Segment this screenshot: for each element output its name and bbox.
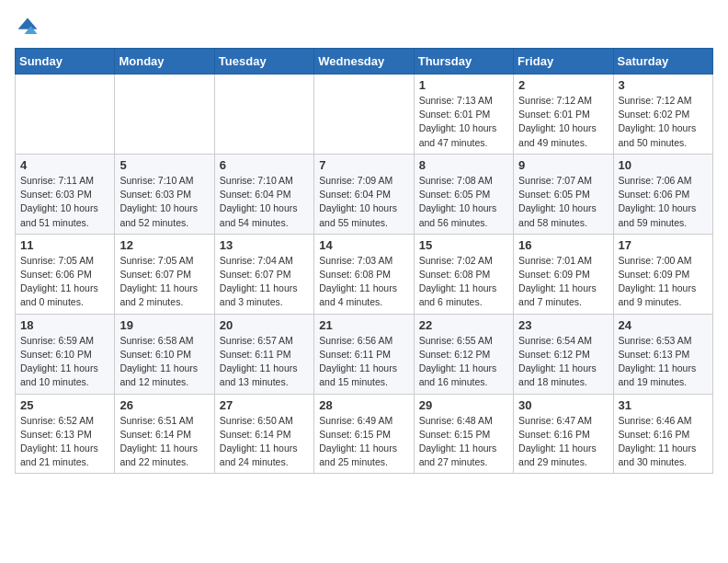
calendar-cell: 13Sunrise: 7:04 AMSunset: 6:07 PMDayligh… xyxy=(214,234,313,314)
calendar-cell: 23Sunrise: 6:54 AMSunset: 6:12 PMDayligh… xyxy=(514,314,613,394)
day-number: 4 xyxy=(20,158,109,172)
calendar-cell: 21Sunrise: 6:56 AMSunset: 6:11 PMDayligh… xyxy=(314,314,414,394)
calendar-cell xyxy=(16,75,115,155)
day-info: Sunrise: 7:01 AMSunset: 6:09 PMDaylight:… xyxy=(518,254,608,310)
day-info: Sunrise: 7:00 AMSunset: 6:09 PMDaylight:… xyxy=(619,254,708,310)
day-info: Sunrise: 7:04 AMSunset: 6:07 PMDaylight:… xyxy=(220,254,309,310)
day-number: 17 xyxy=(619,238,708,252)
calendar-cell: 25Sunrise: 6:52 AMSunset: 6:13 PMDayligh… xyxy=(16,394,115,474)
day-info: Sunrise: 6:56 AMSunset: 6:11 PMDaylight:… xyxy=(319,334,408,390)
calendar-week-row: 25Sunrise: 6:52 AMSunset: 6:13 PMDayligh… xyxy=(16,394,713,474)
calendar-week-row: 11Sunrise: 7:05 AMSunset: 6:06 PMDayligh… xyxy=(16,234,713,314)
day-number: 16 xyxy=(518,238,608,252)
day-number: 13 xyxy=(220,238,309,252)
day-info: Sunrise: 6:58 AMSunset: 6:10 PMDaylight:… xyxy=(119,334,209,390)
day-info: Sunrise: 7:06 AMSunset: 6:06 PMDaylight:… xyxy=(619,174,708,230)
calendar-cell: 10Sunrise: 7:06 AMSunset: 6:06 PMDayligh… xyxy=(613,154,712,234)
day-number: 19 xyxy=(119,318,209,332)
day-number: 2 xyxy=(518,78,608,92)
day-number: 8 xyxy=(419,158,508,172)
calendar-cell: 9Sunrise: 7:07 AMSunset: 6:05 PMDaylight… xyxy=(514,154,613,234)
day-number: 22 xyxy=(419,318,508,332)
day-info: Sunrise: 6:53 AMSunset: 6:13 PMDaylight:… xyxy=(619,334,708,390)
calendar-cell: 24Sunrise: 6:53 AMSunset: 6:13 PMDayligh… xyxy=(613,314,712,394)
day-number: 20 xyxy=(220,318,309,332)
day-info: Sunrise: 7:10 AMSunset: 6:03 PMDaylight:… xyxy=(119,174,209,230)
day-info: Sunrise: 6:51 AMSunset: 6:14 PMDaylight:… xyxy=(119,414,209,470)
day-info: Sunrise: 7:03 AMSunset: 6:08 PMDaylight:… xyxy=(319,254,408,310)
day-info: Sunrise: 6:57 AMSunset: 6:11 PMDaylight:… xyxy=(220,334,309,390)
day-number: 12 xyxy=(119,238,209,252)
calendar-cell: 31Sunrise: 6:46 AMSunset: 6:16 PMDayligh… xyxy=(613,394,712,474)
calendar-cell: 2Sunrise: 7:12 AMSunset: 6:01 PMDaylight… xyxy=(514,75,613,155)
calendar-cell: 22Sunrise: 6:55 AMSunset: 6:12 PMDayligh… xyxy=(414,314,513,394)
weekday-header-monday: Monday xyxy=(115,49,214,75)
calendar-cell: 17Sunrise: 7:00 AMSunset: 6:09 PMDayligh… xyxy=(613,234,712,314)
calendar-cell: 14Sunrise: 7:03 AMSunset: 6:08 PMDayligh… xyxy=(314,234,414,314)
calendar-cell: 1Sunrise: 7:13 AMSunset: 6:01 PMDaylight… xyxy=(414,75,513,155)
svg-marker-0 xyxy=(18,18,38,29)
day-info: Sunrise: 7:09 AMSunset: 6:04 PMDaylight:… xyxy=(319,174,408,230)
day-info: Sunrise: 7:02 AMSunset: 6:08 PMDaylight:… xyxy=(419,254,508,310)
day-number: 6 xyxy=(220,158,309,172)
day-number: 9 xyxy=(518,158,608,172)
day-info: Sunrise: 6:59 AMSunset: 6:10 PMDaylight:… xyxy=(20,334,109,390)
day-info: Sunrise: 7:05 AMSunset: 6:07 PMDaylight:… xyxy=(119,254,209,310)
calendar-cell xyxy=(115,75,214,155)
day-info: Sunrise: 7:13 AMSunset: 6:01 PMDaylight:… xyxy=(419,94,508,150)
day-info: Sunrise: 7:07 AMSunset: 6:05 PMDaylight:… xyxy=(518,174,608,230)
calendar-cell: 11Sunrise: 7:05 AMSunset: 6:06 PMDayligh… xyxy=(16,234,115,314)
day-info: Sunrise: 6:46 AMSunset: 6:16 PMDaylight:… xyxy=(619,414,708,470)
day-number: 29 xyxy=(419,398,508,412)
day-number: 28 xyxy=(319,398,408,412)
day-number: 25 xyxy=(20,398,109,412)
weekday-header-tuesday: Tuesday xyxy=(214,49,313,75)
weekday-header-thursday: Thursday xyxy=(414,49,513,75)
calendar-cell: 19Sunrise: 6:58 AMSunset: 6:10 PMDayligh… xyxy=(115,314,214,394)
calendar-cell: 7Sunrise: 7:09 AMSunset: 6:04 PMDaylight… xyxy=(314,154,414,234)
calendar-cell: 29Sunrise: 6:48 AMSunset: 6:15 PMDayligh… xyxy=(414,394,513,474)
day-number: 30 xyxy=(518,398,608,412)
day-info: Sunrise: 7:10 AMSunset: 6:04 PMDaylight:… xyxy=(220,174,309,230)
calendar-cell: 3Sunrise: 7:12 AMSunset: 6:02 PMDaylight… xyxy=(613,75,712,155)
calendar-cell: 4Sunrise: 7:11 AMSunset: 6:03 PMDaylight… xyxy=(16,154,115,234)
calendar-cell: 5Sunrise: 7:10 AMSunset: 6:03 PMDaylight… xyxy=(115,154,214,234)
calendar-table: SundayMondayTuesdayWednesdayThursdayFrid… xyxy=(15,48,713,474)
day-info: Sunrise: 6:49 AMSunset: 6:15 PMDaylight:… xyxy=(319,414,408,470)
day-info: Sunrise: 6:50 AMSunset: 6:14 PMDaylight:… xyxy=(220,414,309,470)
day-number: 14 xyxy=(319,238,408,252)
day-number: 31 xyxy=(619,398,708,412)
day-number: 5 xyxy=(119,158,209,172)
calendar-cell xyxy=(314,75,414,155)
day-number: 26 xyxy=(119,398,209,412)
day-info: Sunrise: 7:12 AMSunset: 6:02 PMDaylight:… xyxy=(619,94,708,150)
page-header xyxy=(15,15,713,40)
calendar-week-row: 18Sunrise: 6:59 AMSunset: 6:10 PMDayligh… xyxy=(16,314,713,394)
day-number: 21 xyxy=(319,318,408,332)
day-number: 10 xyxy=(619,158,708,172)
day-number: 7 xyxy=(319,158,408,172)
calendar-cell: 27Sunrise: 6:50 AMSunset: 6:14 PMDayligh… xyxy=(214,394,313,474)
calendar-cell: 16Sunrise: 7:01 AMSunset: 6:09 PMDayligh… xyxy=(514,234,613,314)
day-info: Sunrise: 6:55 AMSunset: 6:12 PMDaylight:… xyxy=(419,334,508,390)
calendar-cell: 30Sunrise: 6:47 AMSunset: 6:16 PMDayligh… xyxy=(514,394,613,474)
calendar-week-row: 1Sunrise: 7:13 AMSunset: 6:01 PMDaylight… xyxy=(16,75,713,155)
calendar-cell: 15Sunrise: 7:02 AMSunset: 6:08 PMDayligh… xyxy=(414,234,513,314)
day-number: 18 xyxy=(20,318,109,332)
calendar-cell: 20Sunrise: 6:57 AMSunset: 6:11 PMDayligh… xyxy=(214,314,313,394)
day-info: Sunrise: 7:11 AMSunset: 6:03 PMDaylight:… xyxy=(20,174,109,230)
day-info: Sunrise: 6:52 AMSunset: 6:13 PMDaylight:… xyxy=(20,414,109,470)
day-info: Sunrise: 6:47 AMSunset: 6:16 PMDaylight:… xyxy=(518,414,608,470)
calendar-cell: 12Sunrise: 7:05 AMSunset: 6:07 PMDayligh… xyxy=(115,234,214,314)
weekday-header-sunday: Sunday xyxy=(16,49,115,75)
weekday-header-friday: Friday xyxy=(514,49,613,75)
calendar-cell: 6Sunrise: 7:10 AMSunset: 6:04 PMDaylight… xyxy=(214,154,313,234)
day-number: 23 xyxy=(518,318,608,332)
logo-icon xyxy=(15,15,40,40)
calendar-cell xyxy=(214,75,313,155)
day-number: 24 xyxy=(619,318,708,332)
day-info: Sunrise: 6:48 AMSunset: 6:15 PMDaylight:… xyxy=(419,414,508,470)
day-info: Sunrise: 6:54 AMSunset: 6:12 PMDaylight:… xyxy=(518,334,608,390)
day-number: 3 xyxy=(619,78,708,92)
day-number: 15 xyxy=(419,238,508,252)
